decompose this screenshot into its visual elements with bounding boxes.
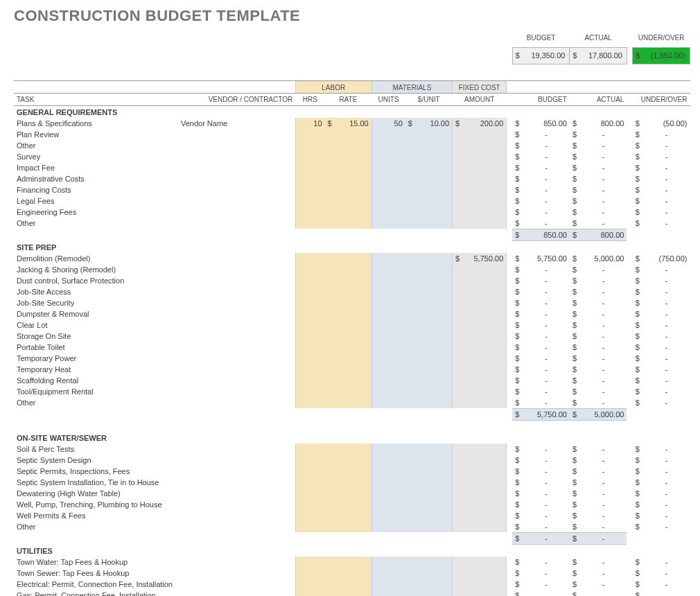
page-title: CONSTRUCTION BUDGET TEMPLATE (14, 7, 690, 25)
budget-table: BUDGETACTUALUNDER/OVER$19,350.00$17,800.… (14, 29, 690, 596)
